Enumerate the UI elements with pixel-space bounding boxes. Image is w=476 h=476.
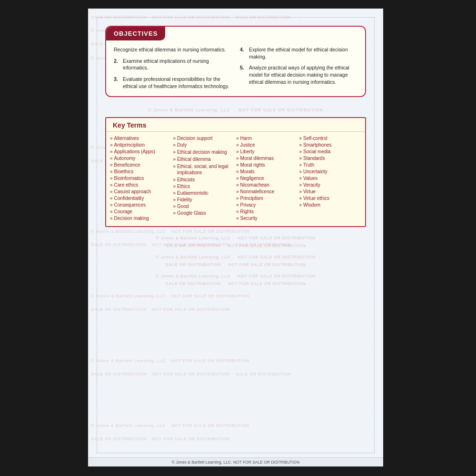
term-courage: »Courage <box>110 208 172 215</box>
mid-watermark: © Jones & Bartlett Learning, LLC NOT FOR… <box>105 108 366 112</box>
bottom-watermark-6: SALE OR DISTRIBUTION NOT FOR SALE OR DIS… <box>105 281 366 286</box>
term-virtue-ethics: »Virtue ethics <box>299 195 362 201</box>
key-terms-col-2: »Decision support »Duty »Ethical decisio… <box>173 135 236 221</box>
term-veracity: »Veracity <box>299 181 362 188</box>
term-justice: »Justice <box>236 141 298 148</box>
term-bioinformatics: »Bioinformatics <box>110 175 172 181</box>
key-terms-header: Key Terms <box>106 118 365 132</box>
objectives-header: OBJECTIVES <box>106 27 165 40</box>
term-nonmaleficence: »Nonmaleficence <box>236 188 298 195</box>
term-antiprinciplism: »Antiprinciplism <box>110 141 172 148</box>
objectives-col-right: 4.Explore the ethical model for ethical … <box>240 46 357 89</box>
page: SALE OR DISTRIBUTION NOT FOR SALE OR DIS… <box>88 9 383 466</box>
term-google-glass: »Google Glass <box>173 209 236 216</box>
term-ethics: »Ethics <box>173 183 236 189</box>
term-eudaemonistic: »Eudaemonistic <box>173 189 236 196</box>
term-wisdom: »Wisdom <box>299 201 362 208</box>
term-values: »Values <box>299 175 362 181</box>
term-duty: »Duty <box>173 141 236 148</box>
bottom-watermark-2: SALE OR DISTRIBUTION NOT FOR SALE OR DIS… <box>105 243 366 248</box>
term-uncertainty: »Uncertainty <box>299 168 362 175</box>
objectives-col-left: Recognize ethical dilemmas in nursing in… <box>114 46 231 89</box>
term-ethical-decision-making: »Ethical decision making <box>173 148 236 156</box>
term-negligence: »Negligence <box>236 175 298 181</box>
term-bioethics: »Bioethics <box>110 168 172 175</box>
key-terms-col-4: »Self-control »Smartphones »Social media… <box>299 135 362 221</box>
term-liberty: »Liberty <box>236 148 298 155</box>
term-ethical-dilemma: »Ethical dilemma <box>173 156 236 162</box>
term-smartphones: »Smartphones <box>299 141 362 148</box>
objective-item-5: 5.Analyze practical ways of applying the… <box>240 64 357 85</box>
term-truth: »Truth <box>299 161 362 168</box>
term-rights: »Rights <box>236 208 298 215</box>
term-confidentiality: »Confidentiality <box>110 195 172 201</box>
term-decision-support: »Decision support <box>173 135 236 141</box>
term-decision-making: »Decision making <box>110 215 172 221</box>
objective-item-3: 3.Evaluate professional responsibilities… <box>114 76 231 89</box>
bottom-watermark-3: © Jones & Bartlett Learning, LLC NOT FOR… <box>105 255 366 259</box>
bottom-watermark-4: SALE OR DISTRIBUTION NOT FOR SALE OR DIS… <box>105 262 366 267</box>
term-harm: »Harm <box>236 135 298 141</box>
key-terms-col-3: »Harm »Justice »Liberty »Moral dilemmas … <box>236 135 298 221</box>
term-security: »Security <box>236 215 298 221</box>
term-beneficence: »Beneficence <box>110 161 172 168</box>
term-fidelity: »Fidelity <box>173 196 236 203</box>
term-social-media: »Social media <box>299 148 362 155</box>
term-applications: »Applications (Apps) <box>110 148 172 155</box>
term-ethicists: »Ethicists <box>173 176 236 183</box>
key-terms-col-1: »Alternatives »Antiprinciplism »Applicat… <box>110 135 172 221</box>
term-moral-rights: »Moral rights <box>236 161 298 168</box>
term-virtue: »Virtue <box>299 188 362 195</box>
term-privacy: »Privacy <box>236 201 298 208</box>
term-alternatives: »Alternatives <box>110 135 172 141</box>
term-morals: »Morals <box>236 168 298 175</box>
page-footer: © Jones & Bartlett Learning, LLC. NOT FO… <box>88 457 383 466</box>
term-self-control: »Self-control <box>299 135 362 141</box>
term-ethical-social: »Ethical, social, and legal implications <box>173 162 236 176</box>
term-consequences: »Consequences <box>110 201 172 208</box>
term-moral-dilemmas: »Moral dilemmas <box>236 155 298 161</box>
objectives-box: OBJECTIVES Recognize ethical dilemmas in… <box>105 26 366 97</box>
term-care-ethics: »Care ethics <box>110 181 172 188</box>
key-terms-box: Key Terms »Alternatives »Antiprinciplism… <box>105 117 366 227</box>
bottom-watermark-1: © Jones & Bartlett Learning, LLC NOT FOR… <box>105 236 366 240</box>
objective-item-4: 4.Explore the ethical model for ethical … <box>240 46 357 60</box>
term-casuist-approach: »Casuist approach <box>110 188 172 195</box>
term-principlism: »Principlism <box>236 195 298 201</box>
term-autonomy: »Autonomy <box>110 155 172 161</box>
term-nicomachean: »Nicomachean <box>236 181 298 188</box>
term-standards: »Standards <box>299 155 362 161</box>
bottom-watermark-5: © Jones & Bartlett Learning, LLC NOT FOR… <box>105 274 366 278</box>
term-good: »Good <box>173 203 236 209</box>
objective-item-1: Recognize ethical dilemmas in nursing in… <box>114 46 231 53</box>
objective-item-2: 2.Examine ethical implications of nursin… <box>114 58 231 71</box>
